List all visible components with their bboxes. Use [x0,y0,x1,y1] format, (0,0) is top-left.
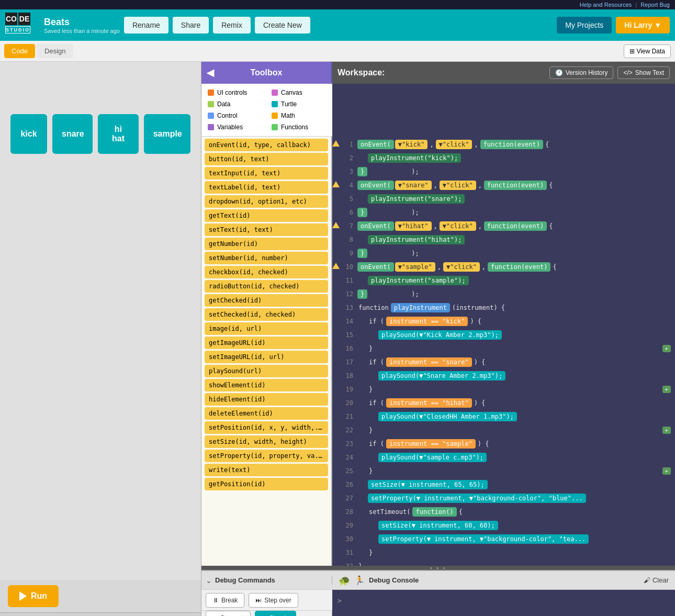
block-textInput[interactable]: textInput(id, text) [205,167,328,180]
version-history-button[interactable]: 🕐 Version History [549,66,614,79]
panel-header: ◀ Toolbox Workspace: 🕐 Version History <… [201,62,675,84]
pause-icon: ⏸ [212,597,219,604]
help-links: Help and Resources | Report Bug [580,2,670,8]
block-setText[interactable]: setText(id, text) [205,223,328,236]
block-showElement[interactable]: showElement(id) [205,379,328,391]
block-dropdown[interactable]: dropdown(id, option1, etc) [205,195,328,208]
toolbox-categories: UI controls Canvas Data Turtle Control M… [201,84,332,137]
warning-icon [332,222,340,228]
back-arrow-icon[interactable]: ◀ [207,67,214,79]
block-getChecked[interactable]: getChecked(id) [205,294,328,307]
code-line-10: 10 onEvent(▼"sample",▼"click",function(e… [332,261,675,275]
warning-icon [332,140,340,147]
block-checkbox[interactable]: checkbox(id, checked) [205,266,328,278]
share-button[interactable]: Share [173,17,209,33]
block-getPosition[interactable]: getPosition(id) [205,478,328,490]
clear-button[interactable]: 🖌 Clear [644,576,669,584]
debug-console-section: 🐢 🏃 Debug Console 🖌 Clear [332,575,675,586]
code-lines: 1 onEvent(▼"kick",▼"click",function(even… [332,137,675,566]
show-text-button[interactable]: </> Show Text [617,66,670,79]
tab-design[interactable]: Design [37,44,73,58]
beat-sample-button[interactable]: sample [144,114,190,154]
project-name: Beats [44,17,120,28]
block-write[interactable]: write(text) [205,464,328,476]
code-line-3: 3 }); [332,166,675,180]
help-link[interactable]: Help and Resources [580,2,632,8]
block-onEvent[interactable]: onEvent(id, type, callback) [205,139,328,151]
beat-hihat-button[interactable]: hi hat [98,114,138,154]
block-playSound[interactable]: playSound(url) [205,365,328,377]
main-layout: kick snare hi hat sample Run Copyright |… [0,62,675,616]
beat-snare-button[interactable]: snare [52,114,93,154]
code-line-32: 32 } [332,561,675,566]
code-line-11: 11 playInstrument("sample"); [332,275,675,288]
block-radioButton[interactable]: radioButton(id, checked) [205,280,328,293]
console-output-area [332,611,675,616]
cat-functions[interactable]: Functions [269,122,328,132]
code-line-27: 27 setProperty(▼ instrument, ▼"backgroun… [332,492,675,506]
preview-area: kick snare hi hat sample [0,62,201,580]
brush-icon: 🖌 [644,576,650,584]
cat-variables[interactable]: Variables [206,122,264,132]
block-getText[interactable]: getText(id) [205,209,328,222]
topbar: CO DE STUDIO Beats Saved less than a min… [0,9,675,41]
code-line-24: 24 playSound(▼"sample c.mp3"); [332,452,675,465]
block-setProperty[interactable]: setProperty(id, property, va... [205,450,328,462]
block-setNumber[interactable]: setNumber(id, number) [205,252,328,264]
project-subtitle: Saved less than a minute ago [44,28,120,34]
cat-control[interactable]: Control [206,111,264,120]
code-line-21: 21 playSound(▼"ClosedHH Amber 1.mp3"); [332,411,675,424]
rename-button[interactable]: Rename [124,17,168,33]
block-hideElement[interactable]: hideElement(id) [205,393,328,406]
hi-larry-button[interactable]: Hi Larry ▼ [616,17,670,33]
tab-code[interactable]: Code [4,44,35,58]
beat-buttons: kick snare hi hat sample [10,114,190,154]
code-line-6: 6 }); [332,207,675,220]
block-getImageURL[interactable]: getImageURL(id) [205,337,328,349]
logo-cell-studio: STUDIO [5,26,30,33]
block-setSize[interactable]: setSize(id, width, height) [205,435,328,448]
second-row: Code Design ⊞ View Data [0,41,675,62]
beat-kick-button[interactable]: kick [10,114,47,154]
code-line-15: 15 playSound(▼"Kick Amber 2.mp3"); [332,329,675,343]
copyright-bar: Copyright | More ▲ [0,612,201,616]
view-data-button[interactable]: ⊞ View Data [624,44,671,58]
toolbox-header: ◀ Toolbox [201,62,332,84]
my-projects-button[interactable]: My Projects [557,17,612,33]
cat-canvas[interactable]: Canvas [269,88,328,97]
code-line-4: 4 onEvent(▼"snare",▼"click",function(eve… [332,180,675,193]
report-bug-link[interactable]: Report Bug [640,2,670,8]
step-in-button[interactable]: ↘ Step In [255,611,296,616]
debug-console-input[interactable]: > [332,590,675,611]
break-button[interactable]: ⏸ Break [206,593,244,608]
table-icon: ⊞ [629,48,635,55]
block-setChecked[interactable]: setChecked(id, checked) [205,308,328,321]
step-over-button[interactable]: ⏭ Step over [249,593,298,608]
categories-row: UI controls Canvas Data Turtle Control M… [201,84,675,137]
debug-chevron-icon[interactable]: ⌄ [206,576,212,585]
code-line-12: 12 }); [332,288,675,302]
workspace-buttons: 🕐 Version History </> Show Text [549,66,670,79]
block-setImageURL[interactable]: setImageURL(id, url) [205,351,328,363]
code-line-20: 20 if (instrument == "hihat") { [332,397,675,411]
cat-ui-controls[interactable]: UI controls [206,88,264,97]
step-out-button[interactable]: ↖ Step out [206,611,251,616]
cat-math[interactable]: Math [269,111,328,120]
block-textLabel[interactable]: textLabel(id, text) [205,181,328,194]
remix-button[interactable]: Remix [213,17,251,33]
debug-step-row: ↖ Step out ↘ Step In [201,611,675,616]
block-setPosition[interactable]: setPosition(id, x, y, width,... [205,421,328,434]
block-getNumber[interactable]: getNumber(id) [205,238,328,250]
toolbox-and-code: onEvent(id, type, callback) button(id, t… [201,137,675,566]
code-line-16: 16 }+ [332,343,675,356]
cat-data[interactable]: Data [206,99,264,109]
run-button[interactable]: Run [8,585,59,607]
block-deleteElement[interactable]: deleteElement(id) [205,407,328,420]
resize-handle[interactable]: • • • [201,566,675,570]
block-image[interactable]: image(id, url) [205,322,328,335]
code-area: 1 onEvent(▼"kick",▼"click",function(even… [332,137,675,566]
left-panel: kick snare hi hat sample Run Copyright |… [0,62,201,616]
cat-turtle[interactable]: Turtle [269,99,328,109]
create-new-button[interactable]: Create New [255,17,310,33]
block-button[interactable]: button(id, text) [205,153,328,165]
